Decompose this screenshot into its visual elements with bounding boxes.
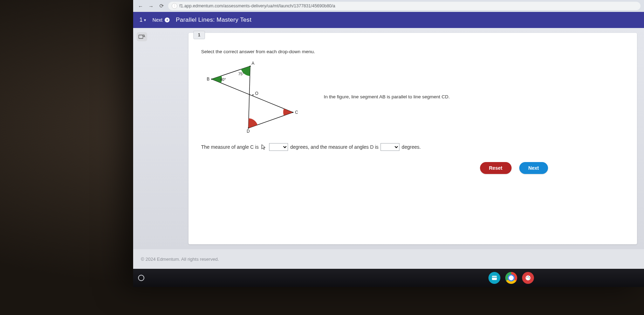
svg-point-9: [252, 94, 253, 95]
taskbar-app-1[interactable]: [488, 272, 500, 284]
svg-point-10: [292, 112, 293, 113]
question-tab[interactable]: 1: [193, 31, 205, 39]
angle-c-dropdown[interactable]: [269, 143, 288, 151]
point-D-label: D: [247, 129, 250, 133]
header-next-button[interactable]: Next ➜: [152, 17, 170, 23]
arrow-right-icon: ➜: [165, 18, 170, 22]
next-button[interactable]: Next: [519, 162, 548, 174]
taskbar-app-3[interactable]: [522, 272, 534, 284]
svg-point-14: [526, 275, 530, 280]
launcher-icon[interactable]: [138, 275, 144, 281]
answer-sentence: The measure of angle C is degrees, and t…: [201, 143, 625, 151]
svg-rect-0: [139, 35, 143, 38]
tools-icon: [138, 34, 145, 40]
angle-d-dropdown[interactable]: [381, 143, 399, 151]
reset-button[interactable]: Reset: [480, 162, 512, 174]
footer: © 2024 Edmentum. All rights reserved.: [133, 249, 644, 269]
tools-button[interactable]: [137, 32, 147, 41]
card-icon: [492, 275, 497, 280]
point-B-label: B: [207, 77, 210, 82]
svg-line-5: [212, 79, 293, 112]
reload-icon[interactable]: ⟳: [158, 2, 165, 10]
copyright-text: © 2024 Edmentum. All rights reserved.: [141, 257, 219, 262]
geometry-figure: A B O C D 75° 40°: [201, 60, 299, 133]
svg-point-16: [528, 276, 529, 277]
forward-icon[interactable]: →: [147, 2, 155, 10]
svg-point-17: [529, 278, 529, 278]
question-card: 1 Select the correct answer from each dr…: [189, 33, 637, 244]
taskbar: [133, 269, 644, 287]
svg-line-2: [144, 36, 145, 37]
point-C-label: C: [295, 110, 298, 115]
laptop-screen: ← → ⟳ ⋮ f1.app.edmentum.com/assessments-…: [133, 0, 644, 287]
question-selector[interactable]: 1 ▾: [139, 17, 146, 23]
angle-A-label: 75°: [238, 72, 244, 76]
content-area: 1 Select the correct answer from each dr…: [133, 28, 644, 249]
point-O-label: O: [255, 91, 258, 96]
taskbar-chrome[interactable]: [505, 272, 517, 284]
palette-icon: [525, 275, 531, 281]
back-icon[interactable]: ←: [137, 2, 144, 10]
svg-rect-13: [492, 277, 497, 278]
sentence-part-1: The measure of angle C is: [201, 144, 259, 150]
svg-rect-12: [492, 276, 497, 280]
app-header: 1 ▾ Next ➜ Parallel Lines: Mastery Test: [133, 12, 644, 28]
address-bar[interactable]: ⋮ f1.app.edmentum.com/assessments-delive…: [168, 2, 640, 10]
url-text: f1.app.edmentum.com/assessments-delivery…: [179, 4, 335, 8]
angle-B-label: 40°: [220, 77, 226, 82]
figure-statement: In the figure, line segment AB is parall…: [324, 94, 450, 99]
cursor-icon: [261, 144, 267, 150]
svg-point-15: [527, 277, 527, 278]
sentence-part-2: degrees, and the measure of angles D is: [290, 144, 378, 150]
svg-point-8: [211, 78, 212, 79]
site-info-icon[interactable]: ⋮: [172, 3, 177, 9]
sentence-part-3: degrees.: [402, 144, 420, 150]
chevron-down-icon: ▾: [144, 18, 146, 22]
action-buttons: Reset Next: [201, 162, 625, 174]
point-A-label: A: [252, 61, 254, 66]
instruction-text: Select the correct answer from each drop…: [201, 49, 625, 54]
browser-toolbar: ← → ⟳ ⋮ f1.app.edmentum.com/assessments-…: [133, 0, 644, 12]
assessment-title: Parallel Lines: Mastery Test: [176, 16, 252, 23]
svg-point-7: [249, 65, 251, 66]
